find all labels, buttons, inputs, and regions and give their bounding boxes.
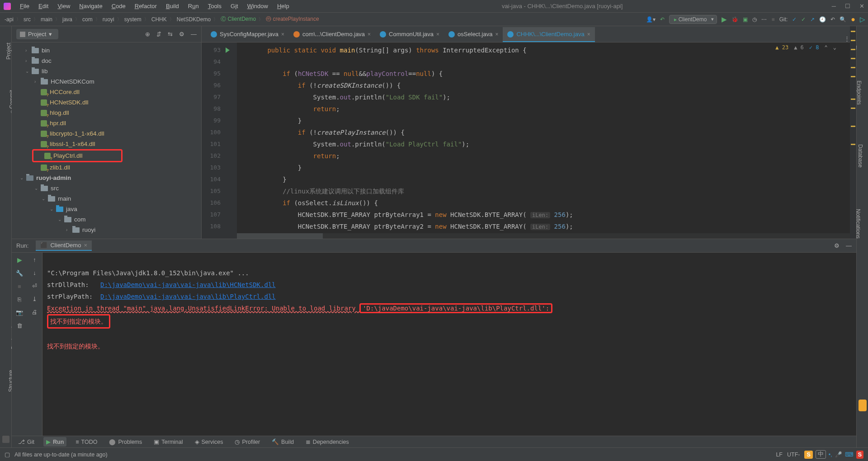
git-history-icon[interactable]: 🕘 [819, 16, 826, 23]
print-icon[interactable]: 🖨 [32, 309, 38, 315]
crumb[interactable]: NetSDKDemo [175, 16, 212, 23]
git-update-icon[interactable]: ✓ [792, 16, 797, 23]
project-tree[interactable]: ›bin ›doc ⌄lib ›HCNetSDKCom HCCore.dll H… [12, 42, 201, 239]
dump-thread-icon[interactable]: 📷 [16, 309, 23, 316]
tool-git[interactable]: ⎇ Git [15, 437, 37, 447]
menu-git[interactable]: Git [227, 1, 242, 11]
crumb-method[interactable]: ⓜ createPlayInstance [264, 15, 321, 23]
ime-badge2[interactable]: S [856, 451, 863, 459]
crumb[interactable]: CHHK [150, 16, 169, 23]
tool-tab-endpoints[interactable]: Endpoints [856, 80, 862, 104]
crumb[interactable]: -api [3, 16, 15, 23]
run-hide-icon[interactable]: — [846, 242, 852, 249]
crumb-class[interactable]: Ⓒ ClientDemo [219, 15, 258, 23]
editor-tab-active[interactable]: CHHK\...\ClientDemo.java× [503, 27, 594, 42]
toolwindow-quick-access-icon[interactable]: ▢ [5, 451, 10, 458]
error-stripe[interactable] [850, 42, 856, 239]
settings-icon[interactable]: ⚙ [179, 31, 184, 38]
console-link[interactable]: D:\javaDemo\vai-java\vai-java\lib\HCNetS… [100, 281, 276, 288]
project-view-selector[interactable]: Project ▾ [16, 29, 58, 39]
expand-all-icon[interactable]: ⇵ [156, 31, 161, 38]
ime-lang[interactable]: 中 [816, 450, 826, 459]
tool-dependencies[interactable]: ≣ Dependencies [303, 437, 352, 447]
breadcrumb[interactable]: -api src main java com ruoyi system CHHK… [3, 15, 321, 23]
crumb[interactable]: com [80, 16, 94, 23]
git-commit-icon[interactable]: ✓ [801, 16, 806, 23]
code-with-me-icon[interactable]: ▷ [860, 15, 865, 24]
code-area[interactable]: ▲ 23 ▲ 6 ✓ 8 ⌃⌄ public static void main(… [237, 42, 856, 239]
gutter[interactable]: 9394959697989910010110210310410510610710… [202, 42, 229, 239]
close-icon[interactable]: × [368, 31, 371, 38]
close-button[interactable]: ✕ [859, 3, 864, 9]
run-config-selector[interactable]: ▸ ClientDemo [669, 15, 717, 24]
fold-strip[interactable] [229, 42, 237, 239]
menu-code[interactable]: Code [108, 1, 129, 11]
run-settings-icon[interactable]: ⚙ [834, 242, 840, 249]
menu-run[interactable]: Run [184, 1, 203, 11]
crumb[interactable]: system [123, 16, 143, 23]
more-tabs-icon[interactable]: ⋮ [844, 35, 850, 42]
modify-run-icon[interactable]: 🔧 [16, 270, 23, 277]
toolwindows-icon[interactable] [2, 436, 9, 443]
git-rollback-icon[interactable]: ↶ [830, 16, 835, 23]
stop-button[interactable]: ■ [771, 16, 774, 23]
git-push-icon[interactable]: ↗ [810, 16, 815, 23]
tool-tab-project[interactable]: Project [5, 42, 12, 59]
coverage-button[interactable]: ▣ [743, 16, 748, 23]
crumb[interactable]: src [22, 16, 33, 23]
menu-build[interactable]: Build [162, 1, 183, 11]
tool-run[interactable]: ▶ Run [43, 437, 66, 447]
minimize-button[interactable]: ─ [832, 3, 836, 9]
editor-tab[interactable]: SysConfigMapper.java× [206, 27, 289, 42]
menu-navigate[interactable]: Navigate [75, 1, 106, 11]
profile-button[interactable]: ◷ [752, 16, 757, 23]
run-tab[interactable]: ⬛ClientDemo × [36, 240, 92, 251]
search-icon[interactable]: 🔍 [840, 16, 846, 23]
tool-profiler[interactable]: ◷ Profiler [232, 437, 263, 447]
exit-icon[interactable]: ⎘ [18, 296, 21, 303]
close-icon[interactable]: × [281, 31, 284, 38]
status-lf[interactable]: LF [776, 452, 783, 458]
hide-icon[interactable]: — [191, 31, 197, 38]
console-output[interactable]: "C:\Program Files\Java\jdk1.8.0_152\bin\… [42, 253, 856, 447]
rerun-icon[interactable]: ▶ [17, 256, 22, 263]
stop-icon[interactable]: ■ [18, 283, 21, 290]
crumb[interactable]: ruoyi [101, 16, 116, 23]
down-icon[interactable]: ↓ [33, 269, 36, 276]
crumb[interactable]: main [39, 16, 54, 23]
console-link[interactable]: D:\javaDemo\vai-java\vai-java\lib\PlayCt… [100, 293, 276, 300]
editor-tab[interactable]: com\...\ClientDemo.java× [289, 27, 375, 42]
close-icon[interactable]: × [587, 31, 590, 38]
inspection-widget[interactable]: ▲ 23 ▲ 6 ✓ 8 ⌃⌄ [775, 44, 836, 51]
ide-updates-icon[interactable]: ● [851, 15, 855, 24]
crumb[interactable]: java [61, 16, 74, 23]
editor-tab[interactable]: osSelect.java× [444, 27, 503, 42]
up-icon[interactable]: ↑ [33, 256, 36, 263]
menu-edit[interactable]: Edit [35, 1, 52, 11]
tool-problems[interactable]: ⬤ Problems [106, 437, 145, 447]
ime-icon[interactable]: S [804, 451, 812, 459]
notification-badge-icon[interactable] [859, 400, 867, 411]
menu-tools[interactable]: Tools [204, 1, 225, 11]
collapse-all-icon[interactable]: ⇆ [168, 31, 173, 38]
soft-wrap-icon[interactable]: ⏎ [32, 282, 37, 289]
scroll-end-icon[interactable]: ⤓ [32, 296, 37, 302]
tool-tab-database[interactable]: Database [857, 144, 863, 167]
tool-terminal[interactable]: ▣ Terminal [151, 437, 185, 447]
delete-icon[interactable]: 🗑 [17, 322, 23, 329]
close-icon[interactable]: × [495, 31, 498, 38]
back-icon[interactable]: ↶ [660, 16, 665, 23]
menu-view[interactable]: View [54, 1, 74, 11]
menu-refactor[interactable]: Refactor [131, 1, 160, 11]
editor-tab[interactable]: CommonUtil.java× [375, 27, 444, 42]
horizontal-scrollbar[interactable] [237, 233, 850, 239]
run-button[interactable]: ▶ [722, 15, 727, 24]
debug-button[interactable]: 🐞 [731, 16, 738, 23]
tool-todo[interactable]: ≡ TODO [73, 437, 100, 447]
menu-help[interactable]: Help [274, 1, 293, 11]
attach-button[interactable]: ⋯ [761, 16, 767, 23]
tool-services[interactable]: ◈ Services [192, 437, 226, 447]
user-icon[interactable]: 👤▾ [646, 16, 656, 23]
select-opened-file-icon[interactable]: ⊕ [145, 31, 150, 38]
tool-build[interactable]: 🔨 Build [269, 437, 297, 447]
